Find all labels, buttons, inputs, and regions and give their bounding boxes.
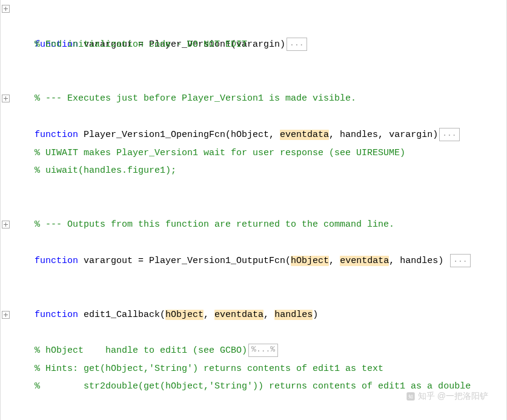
fold-expand-icon[interactable] bbox=[2, 95, 10, 102]
blank-line bbox=[1, 54, 506, 72]
fold-expand-icon[interactable] bbox=[2, 5, 10, 13]
blank-line bbox=[1, 378, 506, 396]
code-line: % --- Outputs from this function are ret… bbox=[1, 198, 506, 216]
code-line: function Player_Version1_OpeningFcn(hObj… bbox=[1, 90, 506, 108]
code-line: function varargout = Player_Version1(var… bbox=[1, 0, 506, 18]
blank-line bbox=[1, 108, 506, 126]
fold-expand-icon[interactable] bbox=[2, 311, 10, 319]
code-editor: function varargout = Player_Version1(var… bbox=[0, 0, 507, 420]
code-line: % UIWAIT makes Player_Version1 wait for … bbox=[1, 126, 506, 144]
blank-line bbox=[1, 162, 506, 180]
code-line: % uiwait(handles.figure1); bbox=[1, 144, 506, 162]
code-line: % hObject handle to edit1 (see GCBO)%...… bbox=[1, 306, 506, 324]
blank-line bbox=[1, 270, 506, 288]
blank-line bbox=[1, 252, 506, 270]
code-line: % End initialization code - DO NOT EDIT bbox=[1, 18, 506, 36]
code-line: function edit1_Callback(hObject, eventda… bbox=[1, 288, 506, 306]
blank-line bbox=[1, 36, 506, 54]
code-line: function varargout = Player_Version1_Out… bbox=[1, 216, 506, 234]
blank-line bbox=[1, 324, 506, 342]
code-line: % Hints: get(hObject,'String') returns c… bbox=[1, 342, 506, 360]
code-line: % str2double(get(hObject,'String')) retu… bbox=[1, 360, 506, 378]
blank-line bbox=[1, 234, 506, 252]
code-line: % --- Executes just before Player_Versio… bbox=[1, 72, 506, 90]
blank-line bbox=[1, 180, 506, 198]
fold-expand-icon[interactable] bbox=[2, 221, 10, 228]
